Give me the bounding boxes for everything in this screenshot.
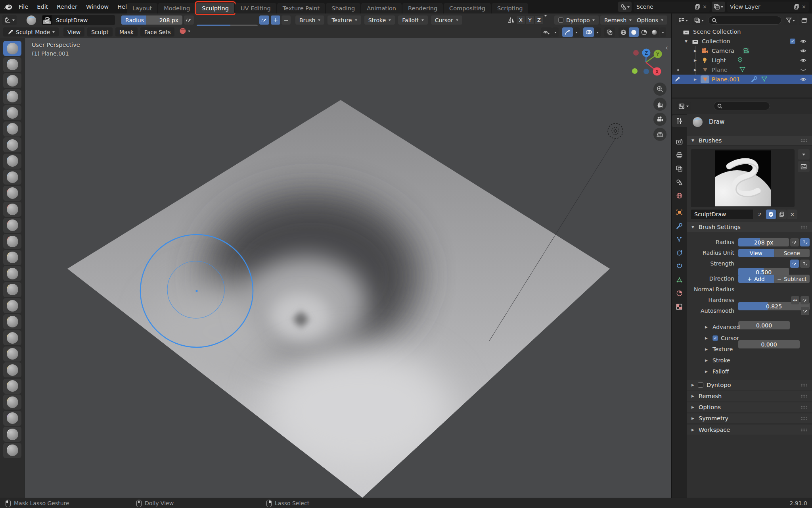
autosmooth-pressure-button[interactable] [801, 307, 809, 315]
sculpt-tool-button[interactable] [3, 427, 21, 442]
hardness-slider[interactable]: 0.000 [738, 321, 790, 329]
workspace-tab[interactable]: Scripting [492, 3, 528, 13]
radius-unit-toggle-button[interactable] [800, 238, 810, 246]
advanced-subsection[interactable]: ▶Advanced [705, 324, 740, 330]
expand-arrow-icon[interactable]: ▶ [694, 58, 699, 62]
strength-unit-toggle-button[interactable] [800, 260, 810, 268]
outliner-search-input[interactable] [708, 16, 781, 25]
expand-arrow-icon[interactable]: ▼ [685, 39, 689, 43]
mirror-axis-toggle[interactable]: X [517, 16, 525, 24]
workspace-tab[interactable]: Rendering [402, 3, 443, 13]
sculpt-tool-button[interactable] [3, 394, 21, 410]
facesets-color-menu[interactable] [179, 27, 190, 35]
light-data-icon[interactable] [737, 57, 743, 64]
tab-object[interactable] [672, 206, 687, 218]
cursor-checkbox[interactable]: ✓ [712, 335, 718, 341]
eye-visible-icon[interactable] [800, 48, 806, 54]
sculpt-tool-button[interactable] [3, 443, 21, 458]
radius-slider[interactable]: Radius 208 px [121, 15, 182, 25]
viewport-3d[interactable]: User Perspective (1) Plane.001 [0, 38, 671, 498]
sculpt-tool-button[interactable] [3, 330, 21, 345]
remove-brush-button[interactable]: − [282, 15, 291, 25]
sculpt-tool-button[interactable] [3, 121, 21, 137]
outliner-row-camera[interactable]: ▶ Camera [672, 46, 812, 56]
tab-particles[interactable] [672, 233, 687, 245]
panel-drag-handle-icon[interactable] [801, 417, 807, 420]
outliner-row-plane001[interactable]: ▶ Plane.001 [672, 75, 812, 84]
sculpt-tool-button[interactable] [3, 362, 21, 377]
brush-select-dropdown[interactable] [798, 149, 810, 160]
chevron-down-icon[interactable] [544, 17, 547, 24]
tab-tool[interactable] [672, 115, 687, 127]
brush-image-icon[interactable] [798, 161, 810, 172]
sculpt-tool-button[interactable] [3, 346, 21, 362]
brush-name-field[interactable]: SculptDraw [691, 210, 753, 219]
wireframe-shading-icon[interactable] [619, 27, 628, 37]
solid-shading-icon[interactable] [629, 27, 639, 37]
view-layer-name-field[interactable]: View Layer ✕ [727, 2, 809, 12]
workspace-panel-header[interactable]: ▶ Workspace [687, 425, 812, 435]
light-gizmo[interactable] [608, 123, 623, 139]
tab-output[interactable] [672, 149, 687, 161]
camera-view-button[interactable] [653, 113, 666, 126]
modifier-wrench-icon[interactable] [751, 76, 758, 83]
brush-preview-icon[interactable] [42, 15, 52, 25]
eye-visible-icon[interactable] [800, 38, 806, 44]
sculpt-tool-button[interactable] [3, 266, 21, 281]
view-layer-selector-button[interactable] [712, 2, 725, 12]
chevron-down-icon[interactable] [660, 27, 666, 37]
rendered-shading-icon[interactable] [649, 27, 659, 37]
mirror-axis-toggle[interactable]: Y [526, 16, 534, 24]
outliner-row-scene-collection[interactable]: Scene Collection [672, 27, 812, 37]
properties-editor-type-button[interactable] [676, 101, 691, 111]
stroke-subsection[interactable]: ▶Stroke [705, 357, 730, 364]
close-icon[interactable]: ✕ [787, 210, 797, 219]
dyntopo-toggle-group[interactable]: Dyntopo [554, 15, 599, 25]
outliner-editor-type-button[interactable] [676, 15, 690, 25]
fake-user-shield-icon[interactable] [766, 210, 776, 219]
prop-radius-slider[interactable]: 208 px [738, 238, 789, 246]
panel-drag-handle-icon[interactable] [801, 225, 807, 229]
eye-visible-icon[interactable] [800, 77, 806, 82]
falloff-subsection[interactable]: ▶Falloff [705, 368, 729, 375]
options-menu[interactable]: Options [633, 15, 667, 25]
sculpt-tool-button[interactable] [3, 41, 21, 56]
outliner-row-light[interactable]: ▶ Light [672, 56, 812, 65]
outliner-filter-button[interactable] [784, 15, 797, 25]
workspace-tab[interactable]: UV Editing [235, 3, 276, 13]
sculpt-tool-button[interactable] [3, 137, 21, 152]
sculpt-tool-button[interactable] [3, 154, 21, 169]
header-menu[interactable]: Brush [295, 15, 324, 25]
collection-checkbox[interactable]: ✓ [790, 38, 795, 44]
chevron-down-icon[interactable] [594, 27, 601, 37]
sculpt-tool-button[interactable] [3, 186, 21, 201]
panel-drag-handle-icon[interactable] [801, 428, 807, 431]
workspace-tab[interactable]: Sculpting [196, 3, 234, 13]
header-menu[interactable]: Stroke [364, 15, 395, 25]
workspace-tab[interactable]: Animation [361, 3, 402, 13]
pan-hand-button[interactable] [653, 98, 666, 111]
radius-unit-view-option[interactable]: View [738, 249, 774, 257]
scene-name-field[interactable]: Scene ✕ [634, 2, 710, 12]
remesh-panel-header[interactable]: ▶ Remesh [687, 391, 812, 401]
sidebar-expand-arrow[interactable]: ‹ [665, 44, 668, 52]
menu-item[interactable]: File [14, 4, 33, 10]
texture-subsection[interactable]: ▶Texture [705, 346, 733, 352]
zoom-button[interactable] [653, 83, 666, 96]
sculpt-tool-button[interactable] [3, 57, 21, 72]
panel-drag-handle-icon[interactable] [801, 394, 807, 398]
copy-icon[interactable] [695, 4, 700, 10]
panel-drag-handle-icon[interactable] [801, 383, 807, 387]
cursor-subsection[interactable]: ▶ ✓ Cursor [705, 335, 739, 341]
brush-preview-well[interactable] [691, 149, 795, 207]
workspace-tab[interactable]: Texture Paint [277, 3, 326, 13]
mode-selector[interactable]: Sculpt Mode [3, 27, 59, 37]
properties-search-input[interactable] [714, 102, 770, 110]
add-workspace-button[interactable]: + [474, 3, 487, 13]
tab-view-layer[interactable] [672, 163, 687, 175]
chevron-down-icon[interactable] [573, 27, 580, 37]
sculpt-tool-button[interactable] [3, 298, 21, 313]
expand-arrow-icon[interactable]: ▶ [694, 77, 699, 81]
outliner-row-plane[interactable]: ▶ Plane [672, 65, 812, 75]
copy-icon[interactable] [777, 210, 787, 219]
